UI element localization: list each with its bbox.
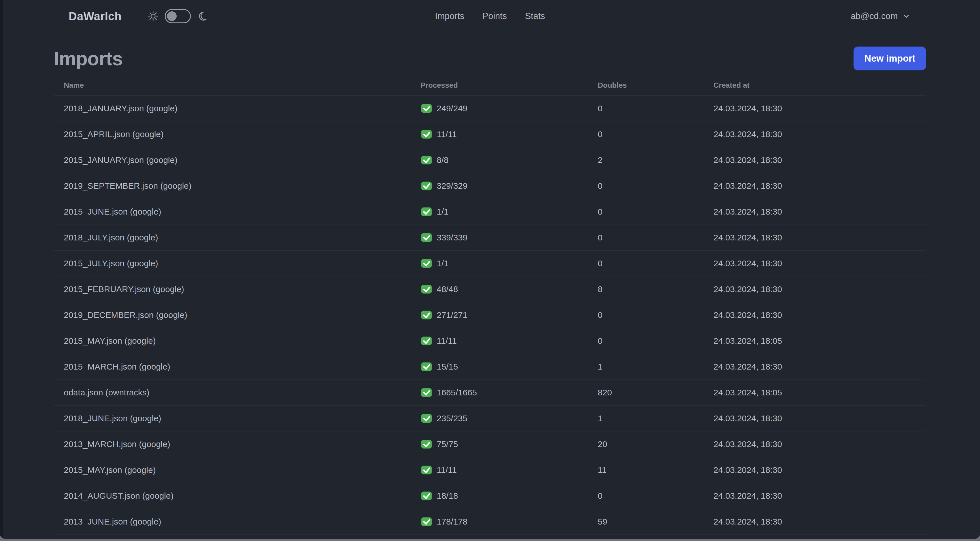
import-source: (google): [130, 517, 161, 526]
import-file-link[interactable]: 2015_JULY.json: [64, 259, 124, 268]
success-check-icon: [420, 206, 433, 218]
created-at-cell: 24.03.2024, 18:30: [713, 310, 926, 320]
nav-link-imports[interactable]: Imports: [435, 11, 464, 21]
import-source: (google): [130, 207, 161, 216]
created-at-cell: 24.03.2024, 18:30: [713, 439, 926, 449]
processed-count: 15/15: [437, 362, 458, 372]
import-file-link[interactable]: odata.json: [64, 388, 103, 397]
processed-cell: 271/271: [420, 309, 598, 321]
doubles-cell: 0: [598, 181, 713, 191]
import-file-link[interactable]: 2015_APRIL.json: [64, 129, 130, 139]
name-cell: 2018_JANUARY.json (google): [64, 104, 420, 113]
nav-link-points[interactable]: Points: [482, 11, 507, 21]
processed-cell: 8/8: [420, 154, 598, 166]
import-file-link[interactable]: 2013_JUNE.json: [64, 517, 127, 526]
created-at-cell: 24.03.2024, 18:30: [713, 129, 926, 139]
column-header-doubles: Doubles: [598, 81, 713, 90]
name-cell: 2013_MARCH.json (google): [64, 439, 420, 449]
created-at-cell: 24.03.2024, 18:30: [713, 362, 926, 372]
import-source: (google): [124, 336, 156, 345]
processed-count: 178/178: [437, 517, 467, 527]
processed-count: 11/11: [437, 336, 457, 346]
doubles-cell: 2: [598, 155, 713, 165]
name-cell: 2018_JULY.json (google): [64, 233, 420, 243]
processed-cell: 249/249: [420, 102, 598, 114]
import-source: (google): [139, 439, 170, 449]
processed-cell: 15/15: [420, 361, 598, 373]
imports-table: Name Processed Doubles Created at 2018_J…: [54, 75, 926, 539]
account-menu[interactable]: ab@cd.com: [851, 11, 910, 21]
import-file-link[interactable]: 2015_JUNE.json: [64, 207, 127, 216]
account-email: ab@cd.com: [851, 11, 898, 21]
import-file-link[interactable]: 2015_MAY.json: [64, 336, 122, 345]
table-row: 2019_SEPTEMBER.json (google)329/329024.0…: [54, 173, 926, 199]
new-import-button[interactable]: New import: [854, 46, 926, 70]
processed-count: 271/271: [437, 310, 467, 320]
processed-count: 8/8: [437, 155, 449, 165]
import-file-link[interactable]: 2013_MARCH.json: [64, 439, 137, 449]
table-row: 2018_JUNE.json (google)235/235124.03.202…: [54, 405, 926, 431]
success-check-icon: [420, 490, 433, 502]
chevron-down-icon: [902, 12, 910, 20]
name-cell: 2015_APRIL.json (google): [64, 129, 420, 139]
success-check-icon: [420, 516, 433, 528]
import-file-link[interactable]: 2014_AUGUST.json: [64, 491, 140, 500]
window-bottom-edge: [0, 539, 980, 541]
success-check-icon: [420, 438, 433, 450]
processed-count: 1/1: [437, 259, 449, 268]
doubles-cell: 0: [598, 259, 713, 268]
import-file-link[interactable]: 2018_JANUARY.json: [64, 104, 144, 113]
name-cell: 2019_SEPTEMBER.json (google): [64, 181, 420, 191]
processed-cell: 1665/1665: [420, 386, 598, 399]
name-cell: 2015_JUNE.json (google): [64, 207, 420, 217]
success-check-icon: [420, 309, 433, 321]
import-source: (google): [124, 465, 156, 475]
table-body: 2018_JANUARY.json (google)249/249024.03.…: [54, 96, 926, 539]
processed-count: 75/75: [437, 439, 458, 449]
import-file-link[interactable]: 2019_SEPTEMBER.json: [64, 181, 158, 190]
table-row: 2013_JUNE.json (google)178/1785924.03.20…: [54, 509, 926, 535]
table-row: 2015_JANUARY.json (google)8/8224.03.2024…: [54, 147, 926, 173]
table-row: 2015_FEBRUARY.json (google)48/48824.03.2…: [54, 276, 926, 302]
moon-icon: [197, 11, 207, 21]
import-file-link[interactable]: 2015_FEBRUARY.json: [64, 284, 151, 294]
column-header-processed: Processed: [420, 81, 598, 90]
import-source: (google): [153, 284, 184, 294]
page-header: Imports New import: [54, 42, 926, 75]
navbar: DaWarIch Imports Points: [0, 0, 980, 32]
page-title: Imports: [54, 48, 123, 70]
created-at-cell: 24.03.2024, 18:05: [713, 388, 926, 397]
created-at-cell: 24.03.2024, 18:30: [713, 259, 926, 268]
import-source: (google): [132, 129, 164, 139]
created-at-cell: 24.03.2024, 18:30: [713, 155, 926, 165]
import-file-link[interactable]: 2019_DECEMBER.json: [64, 310, 154, 319]
table-header-row: Name Processed Doubles Created at: [54, 75, 926, 96]
success-check-icon: [420, 283, 433, 295]
table-row: 2015_JUNE.json (google)1/1024.03.2024, 1…: [54, 199, 926, 225]
theme-toggle-switch[interactable]: [165, 9, 191, 23]
import-source: (google): [139, 362, 170, 371]
table-row: 2015_JULY.json (google)1/1024.03.2024, 1…: [54, 251, 926, 276]
import-source: (google): [156, 310, 187, 319]
processed-count: 329/329: [437, 181, 467, 191]
processed-cell: 339/339: [420, 231, 598, 244]
processed-cell: 11/11: [420, 128, 598, 140]
import-file-link[interactable]: 2015_MARCH.json: [64, 362, 137, 371]
created-at-cell: 24.03.2024, 18:30: [713, 517, 926, 527]
table-row: 2018_JANUARY.json (google)249/249024.03.…: [54, 96, 926, 121]
table-row: 2015_MAY.json (google)11/111124.03.2024,…: [54, 457, 926, 483]
doubles-cell: 0: [598, 104, 713, 113]
import-file-link[interactable]: 2018_JULY.json: [64, 233, 124, 242]
import-file-link[interactable]: 2015_MAY.json: [64, 465, 122, 475]
import-source: (google): [146, 104, 178, 113]
import-source: (google): [146, 155, 178, 164]
success-check-icon: [420, 464, 433, 476]
doubles-cell: 1: [598, 362, 713, 372]
created-at-cell: 24.03.2024, 18:30: [713, 207, 926, 217]
success-check-icon: [420, 128, 433, 140]
name-cell: odata.json (owntracks): [64, 388, 420, 397]
import-file-link[interactable]: 2018_JUNE.json: [64, 413, 127, 423]
import-file-link[interactable]: 2015_JANUARY.json: [64, 155, 144, 164]
nav-link-stats[interactable]: Stats: [525, 11, 545, 21]
app-logo[interactable]: DaWarIch: [68, 10, 122, 23]
